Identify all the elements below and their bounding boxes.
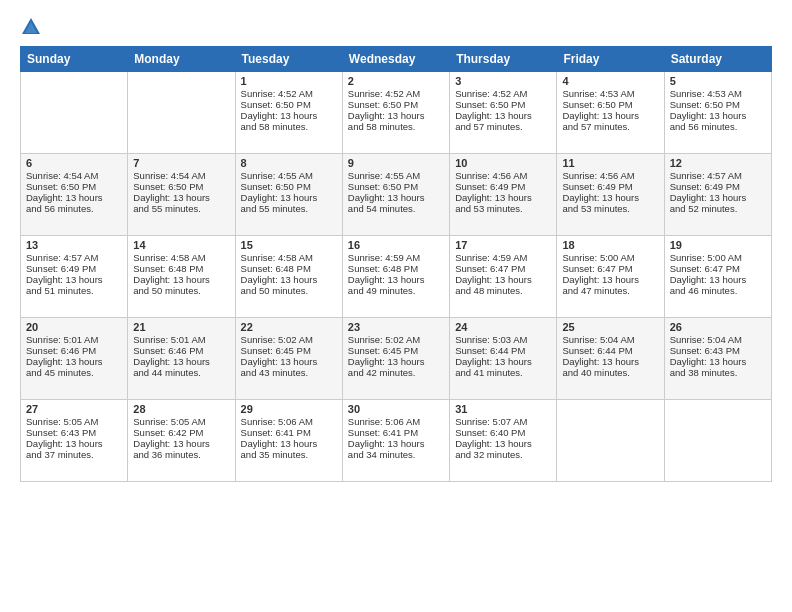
day-number: 30 [348, 403, 444, 415]
calendar-cell: 15Sunrise: 4:58 AMSunset: 6:48 PMDayligh… [235, 236, 342, 318]
day-info: Sunset: 6:50 PM [133, 181, 229, 192]
day-info: Daylight: 13 hours [241, 356, 337, 367]
calendar-header-tuesday: Tuesday [235, 47, 342, 72]
day-info: Daylight: 13 hours [455, 192, 551, 203]
day-info: Daylight: 13 hours [348, 274, 444, 285]
day-info: and 54 minutes. [348, 203, 444, 214]
day-info: and 50 minutes. [133, 285, 229, 296]
day-info: and 53 minutes. [455, 203, 551, 214]
day-info: and 51 minutes. [26, 285, 122, 296]
day-info: Daylight: 13 hours [670, 274, 766, 285]
calendar-cell: 26Sunrise: 5:04 AMSunset: 6:43 PMDayligh… [664, 318, 771, 400]
day-info: Daylight: 13 hours [133, 356, 229, 367]
day-info: and 48 minutes. [455, 285, 551, 296]
calendar-cell: 30Sunrise: 5:06 AMSunset: 6:41 PMDayligh… [342, 400, 449, 482]
day-info: Daylight: 13 hours [670, 110, 766, 121]
day-info: Sunset: 6:50 PM [241, 181, 337, 192]
day-info: Daylight: 13 hours [562, 110, 658, 121]
day-number: 8 [241, 157, 337, 169]
day-info: Daylight: 13 hours [455, 438, 551, 449]
day-info: Sunrise: 4:54 AM [26, 170, 122, 181]
day-info: Sunrise: 4:55 AM [348, 170, 444, 181]
day-info: Sunrise: 4:53 AM [670, 88, 766, 99]
calendar-cell: 25Sunrise: 5:04 AMSunset: 6:44 PMDayligh… [557, 318, 664, 400]
calendar-cell: 24Sunrise: 5:03 AMSunset: 6:44 PMDayligh… [450, 318, 557, 400]
day-info: and 55 minutes. [133, 203, 229, 214]
day-number: 28 [133, 403, 229, 415]
calendar-cell: 19Sunrise: 5:00 AMSunset: 6:47 PMDayligh… [664, 236, 771, 318]
day-info: Daylight: 13 hours [670, 192, 766, 203]
day-info: Daylight: 13 hours [348, 110, 444, 121]
day-number: 25 [562, 321, 658, 333]
day-info: Sunset: 6:41 PM [348, 427, 444, 438]
day-info: and 52 minutes. [670, 203, 766, 214]
logo [20, 16, 44, 38]
calendar-week-2: 6Sunrise: 4:54 AMSunset: 6:50 PMDaylight… [21, 154, 772, 236]
day-number: 16 [348, 239, 444, 251]
day-number: 29 [241, 403, 337, 415]
calendar-cell: 3Sunrise: 4:52 AMSunset: 6:50 PMDaylight… [450, 72, 557, 154]
day-info: Sunrise: 5:00 AM [562, 252, 658, 263]
day-number: 23 [348, 321, 444, 333]
calendar-cell: 28Sunrise: 5:05 AMSunset: 6:42 PMDayligh… [128, 400, 235, 482]
calendar-header-friday: Friday [557, 47, 664, 72]
calendar-cell: 10Sunrise: 4:56 AMSunset: 6:49 PMDayligh… [450, 154, 557, 236]
day-info: Sunset: 6:50 PM [26, 181, 122, 192]
day-info: Sunrise: 4:58 AM [241, 252, 337, 263]
day-info: Daylight: 13 hours [133, 438, 229, 449]
day-info: Sunset: 6:45 PM [241, 345, 337, 356]
day-info: Sunset: 6:50 PM [670, 99, 766, 110]
calendar-cell: 18Sunrise: 5:00 AMSunset: 6:47 PMDayligh… [557, 236, 664, 318]
calendar-page: SundayMondayTuesdayWednesdayThursdayFrid… [0, 0, 792, 612]
day-info: Sunset: 6:43 PM [26, 427, 122, 438]
calendar-week-3: 13Sunrise: 4:57 AMSunset: 6:49 PMDayligh… [21, 236, 772, 318]
day-number: 12 [670, 157, 766, 169]
day-info: Daylight: 13 hours [670, 356, 766, 367]
calendar-week-1: 1Sunrise: 4:52 AMSunset: 6:50 PMDaylight… [21, 72, 772, 154]
calendar-cell: 20Sunrise: 5:01 AMSunset: 6:46 PMDayligh… [21, 318, 128, 400]
day-info: Sunrise: 4:54 AM [133, 170, 229, 181]
calendar-cell: 8Sunrise: 4:55 AMSunset: 6:50 PMDaylight… [235, 154, 342, 236]
day-info: Sunrise: 4:59 AM [455, 252, 551, 263]
day-info: Sunrise: 5:01 AM [133, 334, 229, 345]
day-info: Sunset: 6:42 PM [133, 427, 229, 438]
day-info: Daylight: 13 hours [348, 356, 444, 367]
day-info: Sunrise: 4:56 AM [455, 170, 551, 181]
day-info: Daylight: 13 hours [348, 438, 444, 449]
day-info: Sunrise: 4:52 AM [455, 88, 551, 99]
day-info: Sunrise: 4:57 AM [670, 170, 766, 181]
day-number: 13 [26, 239, 122, 251]
day-info: Sunrise: 5:02 AM [241, 334, 337, 345]
day-number: 15 [241, 239, 337, 251]
day-info: Daylight: 13 hours [562, 274, 658, 285]
calendar-cell: 29Sunrise: 5:06 AMSunset: 6:41 PMDayligh… [235, 400, 342, 482]
calendar-cell: 2Sunrise: 4:52 AMSunset: 6:50 PMDaylight… [342, 72, 449, 154]
day-info: Sunrise: 5:05 AM [133, 416, 229, 427]
header [20, 16, 772, 38]
calendar-cell [21, 72, 128, 154]
day-info: Sunrise: 5:01 AM [26, 334, 122, 345]
calendar-header-wednesday: Wednesday [342, 47, 449, 72]
day-info: and 47 minutes. [562, 285, 658, 296]
day-info: Sunrise: 5:02 AM [348, 334, 444, 345]
day-info: Sunrise: 5:03 AM [455, 334, 551, 345]
day-info: and 50 minutes. [241, 285, 337, 296]
day-number: 20 [26, 321, 122, 333]
day-info: Sunset: 6:48 PM [348, 263, 444, 274]
calendar-cell: 23Sunrise: 5:02 AMSunset: 6:45 PMDayligh… [342, 318, 449, 400]
day-number: 31 [455, 403, 551, 415]
calendar-cell: 12Sunrise: 4:57 AMSunset: 6:49 PMDayligh… [664, 154, 771, 236]
day-info: and 43 minutes. [241, 367, 337, 378]
calendar-table: SundayMondayTuesdayWednesdayThursdayFrid… [20, 46, 772, 482]
day-info: Sunset: 6:43 PM [670, 345, 766, 356]
calendar-cell: 13Sunrise: 4:57 AMSunset: 6:49 PMDayligh… [21, 236, 128, 318]
day-number: 17 [455, 239, 551, 251]
calendar-cell: 5Sunrise: 4:53 AMSunset: 6:50 PMDaylight… [664, 72, 771, 154]
day-info: and 49 minutes. [348, 285, 444, 296]
calendar-cell: 22Sunrise: 5:02 AMSunset: 6:45 PMDayligh… [235, 318, 342, 400]
day-info: Sunset: 6:46 PM [133, 345, 229, 356]
day-info: Sunrise: 4:55 AM [241, 170, 337, 181]
calendar-header-monday: Monday [128, 47, 235, 72]
day-info: Sunset: 6:50 PM [348, 181, 444, 192]
day-info: Sunrise: 5:04 AM [670, 334, 766, 345]
